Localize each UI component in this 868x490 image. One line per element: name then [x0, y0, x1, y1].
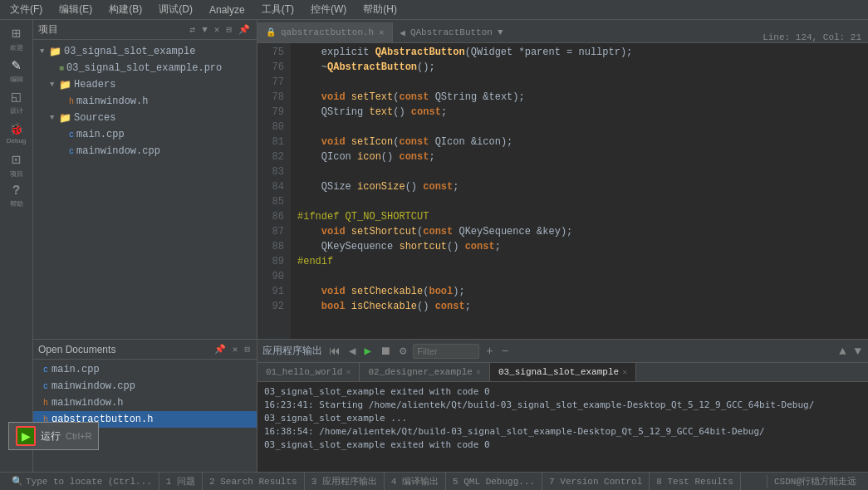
debug-icon: 🐞 — [9, 122, 23, 136]
media-prev-icon[interactable]: ⏮ — [327, 345, 342, 358]
bottom-toolbar: 应用程序输出 ⏮ ◀ ▶ ⏹ ⚙ + − ▲ ▼ — [257, 340, 868, 363]
help-label: 帮助 — [10, 199, 23, 208]
run-shortcut: Ctrl+R — [66, 431, 91, 441]
bottom-tab-signal-slot[interactable]: 03_signal_slot_example ✕ — [490, 363, 636, 381]
code-line-76: ~QAbstractButton(); — [297, 60, 861, 75]
status-bar: 🔍 Type to locate (Ctrl... 1 问题 2 Search … — [0, 472, 868, 490]
code-content[interactable]: explicit QAbstractButton(QWidget *parent… — [291, 43, 868, 339]
code-line-88: QKeySequence shortcut() const; — [297, 239, 861, 254]
sidebar-item-help[interactable]: ? 帮助 — [2, 181, 32, 211]
sidebar-item-debug[interactable]: 🐞 Debug — [2, 118, 32, 148]
project-close-icon[interactable]: ✕ — [213, 23, 222, 36]
status-version-control[interactable]: 7 Version Control — [542, 473, 650, 490]
sidebar-icons: ⊞ 欢迎 ✎ 编辑 ◱ 设计 🐞 Debug ⊡ 项目 ? 帮助 — [0, 20, 33, 472]
menu-tools[interactable]: 工具(T) — [258, 1, 297, 18]
status-app-output[interactable]: 3 应用程序输出 — [305, 473, 385, 490]
status-qml-debug[interactable]: 5 QML Debugg... — [446, 473, 542, 490]
media-back-icon[interactable]: ◀ — [347, 344, 357, 358]
breadcrumb-arrow: ▼ — [498, 27, 503, 37]
open-docs-pin-icon[interactable]: 📌 — [213, 343, 228, 355]
tab-filename: qabstractbutton.h — [281, 27, 374, 37]
tab-close-icon[interactable]: ✕ — [346, 367, 351, 377]
doc-item-mainwindow-h[interactable]: h mainwindow.h — [33, 394, 257, 411]
open-docs-close-icon[interactable]: ✕ — [231, 343, 240, 355]
h-icon: h — [43, 399, 48, 408]
run-button[interactable]: ▶ — [16, 426, 36, 446]
filter-input[interactable] — [413, 344, 479, 359]
sidebar-item-design[interactable]: ◱ 设计 — [2, 86, 32, 116]
status-search-results[interactable]: 2 Search Results — [203, 473, 305, 490]
collapse-down-icon[interactable]: ▼ — [853, 345, 863, 358]
doc-item-mainwindow-cpp[interactable]: c mainwindow.cpp — [33, 378, 257, 394]
project-settings-icon[interactable]: ⊟ — [224, 23, 233, 36]
sidebar-item-projects[interactable]: ⊡ 项目 — [2, 149, 32, 179]
editor-tab-bar: 🔒 qabstractbutton.h ✕ ◀ QAbstractButton … — [257, 20, 868, 43]
bottom-panel-title: 应用程序输出 — [262, 344, 322, 358]
editor-tab-qabstractbutton[interactable]: 🔒 qabstractbutton.h ✕ — [257, 22, 393, 42]
sidebar-item-edit[interactable]: ✎ 编辑 — [2, 55, 32, 85]
help-icon: ? — [12, 184, 21, 198]
tree-arrow-icon: ▼ — [50, 114, 56, 122]
tree-mainwindow-cpp[interactable]: c mainwindow.cpp — [33, 143, 257, 159]
sidebar-item-welcome[interactable]: ⊞ 欢迎 — [2, 23, 32, 53]
output-line-1: 03_signal_slot_example exited with code … — [264, 385, 861, 399]
status-compile-output[interactable]: 4 编译输出 — [385, 473, 446, 490]
menu-debug[interactable]: 调试(D) — [155, 1, 196, 18]
tree-main-cpp[interactable]: c main.cpp — [33, 126, 257, 143]
status-problems[interactable]: 1 问题 — [159, 473, 203, 490]
menu-edit[interactable]: 编辑(E) — [56, 1, 96, 18]
tree-mainwindow-h[interactable]: h mainwindow.h — [33, 93, 257, 110]
project-pin-icon[interactable]: 📌 — [237, 23, 252, 36]
menu-file[interactable]: 文件(F) — [7, 1, 46, 18]
status-search-input[interactable]: 🔍 Type to locate (Ctrl... — [5, 473, 159, 490]
code-line-75: explicit QAbstractButton(QWidget *parent… — [297, 45, 861, 60]
open-docs-panel: Open Documents 📌 ✕ ⊟ c main.cpp c mainwi… — [33, 339, 257, 472]
tab-breadcrumb: ◀ QAbstractButton ▼ — [393, 22, 756, 42]
cpp-icon: c — [43, 365, 48, 375]
run-play-icon: ▶ — [22, 429, 31, 443]
code-line-78: void setText(const QString &text); — [297, 90, 861, 105]
code-line-82: QIcon icon() const; — [297, 149, 861, 164]
project-sync-icon[interactable]: ⇄ — [189, 23, 198, 36]
watermark-text: CSDN@行稳方能走远 — [774, 475, 856, 488]
code-editor[interactable]: 75 76 77 78 79 80 81 82 83 84 85 86 87 8… — [257, 43, 868, 339]
doc-item-main-cpp[interactable]: c main.cpp — [33, 361, 257, 378]
code-line-77 — [297, 75, 861, 90]
media-play-icon[interactable]: ▶ — [362, 344, 372, 358]
project-filter-icon[interactable]: ▼ — [200, 24, 209, 36]
tree-root-item[interactable]: ▼ 📁 03_signal_slot_example — [33, 43, 257, 60]
tab-close-icon[interactable]: ✕ — [622, 367, 627, 377]
status-vc-text: 7 Version Control — [549, 477, 642, 487]
minus-icon[interactable]: − — [500, 345, 510, 358]
open-docs-header: Open Documents 📌 ✕ ⊟ — [33, 340, 257, 360]
media-stop-icon[interactable]: ⏹ — [378, 345, 393, 358]
status-watermark: CSDN@行稳方能走远 — [767, 475, 863, 488]
menu-controls[interactable]: 控件(W) — [307, 1, 350, 18]
main-area: ⊞ 欢迎 ✎ 编辑 ◱ 设计 🐞 Debug ⊡ 项目 ? 帮助 项目 ⇄ — [0, 20, 868, 472]
tree-headers-folder[interactable]: ▼ 📁 Headers — [33, 76, 257, 93]
code-line-83 — [297, 164, 861, 179]
tree-pro-file[interactable]: ■ 03_signal_slot_example.pro — [33, 60, 257, 76]
collapse-up-icon[interactable]: ▲ — [837, 345, 847, 358]
bottom-tab-hello-world[interactable]: 01_hello_world ✕ — [257, 363, 360, 381]
status-search-results-text: 2 Search Results — [209, 477, 297, 487]
tab-close-icon[interactable]: ✕ — [379, 27, 384, 37]
menu-analyze[interactable]: Analyze — [206, 2, 248, 17]
tree-sources-folder[interactable]: ▼ 📁 Sources — [33, 110, 257, 126]
tab-close-icon[interactable]: ✕ — [476, 367, 481, 377]
add-icon[interactable]: + — [484, 345, 494, 358]
menu-build[interactable]: 构建(B) — [105, 1, 145, 18]
status-right: CSDN@行稳方能走远 — [767, 475, 863, 488]
output-line-3: 16:23:41: Starting /home/alientek/Qt/bui… — [264, 399, 861, 412]
output-line-5: 16:38:54: /home/alientek/Qt/build-03_sig… — [264, 425, 861, 439]
tree-item-label: mainwindow.h — [76, 96, 148, 107]
code-line-90 — [297, 269, 861, 284]
settings-icon[interactable]: ⚙ — [398, 344, 408, 358]
status-problems-text: 1 问题 — [166, 475, 195, 488]
debug-label: Debug — [7, 137, 27, 145]
open-docs-collapse-icon[interactable]: ⊟ — [243, 343, 252, 355]
status-test-results[interactable]: 8 Test Results — [650, 473, 740, 490]
welcome-label: 欢迎 — [10, 43, 23, 52]
bottom-tab-designer[interactable]: 02_designer_example ✕ — [360, 363, 489, 381]
menu-help[interactable]: 帮助(H) — [360, 1, 400, 18]
